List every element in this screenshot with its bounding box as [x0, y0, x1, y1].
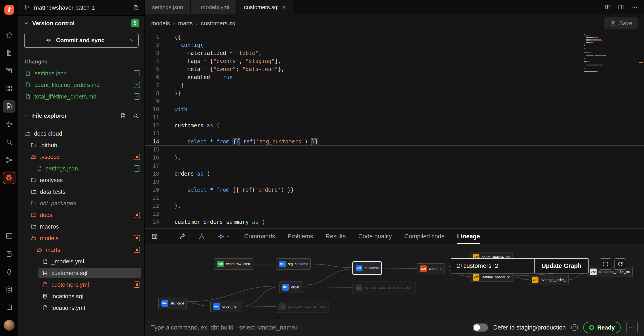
tree-item-.github[interactable]: .github	[18, 139, 144, 151]
tree-item-dbt_packages[interactable]: dbt_packages	[18, 198, 144, 209]
extensions-icon[interactable]	[3, 118, 16, 130]
lineage-node-customers[interactable]: MDLcustomers	[352, 261, 382, 275]
tab-customers.sql[interactable]: customers.sql×	[237, 0, 294, 14]
changed-file-row[interactable]: settings.json+	[18, 67, 144, 79]
tree-item-customers.sql[interactable]: customers.sql	[18, 267, 144, 279]
tab-settings.json[interactable]: settings.json	[145, 0, 190, 14]
version-control-header[interactable]: Version control 5	[18, 16, 144, 31]
panel-tab-compiled-code[interactable]: Compiled code	[404, 229, 444, 244]
lineage-icon[interactable]	[3, 154, 16, 166]
panel-tab-problems[interactable]: Problems	[288, 229, 313, 244]
tree-item-models[interactable]: models	[18, 232, 144, 244]
commit-and-sync-button[interactable]: Commit and sync	[24, 33, 139, 48]
tree-item-locations.sql[interactable]: locations.sql	[18, 291, 144, 302]
lineage-node-order_items[interactable]: MDLorder_items	[210, 301, 242, 312]
lineage-node-lifetime_spend_pretax[interactable]: METlifetime_spend_pretax	[470, 273, 513, 282]
code-content[interactable]: 1{{2 config(3 materialized = "table",4 t…	[145, 32, 644, 226]
results-view-button[interactable]	[151, 233, 158, 240]
user-avatar[interactable]	[3, 319, 16, 332]
new-tab-icon[interactable]	[591, 4, 598, 10]
build-options-button[interactable]	[179, 233, 192, 240]
line-number: 15	[145, 146, 166, 154]
tree-item-docs[interactable]: docs	[18, 209, 144, 221]
lineage-node-ecom.raw_customers[interactable]: SRCecom.raw_customers	[214, 258, 253, 270]
file-explorer-header[interactable]: File explorer	[18, 108, 144, 123]
deploy-icon[interactable]	[3, 64, 16, 77]
panel-tab-commands[interactable]: Commands	[244, 229, 275, 244]
code-editor[interactable]: models›marts›customers.sql Save 1{{2 con…	[145, 14, 644, 228]
code-line: 23	[145, 210, 644, 218]
lineage-node-stg_customers[interactable]: MDLstg_customers	[276, 258, 311, 270]
panel-tab-results[interactable]: Results	[326, 229, 346, 244]
test-options-button[interactable]	[198, 233, 211, 240]
logs-icon[interactable]	[3, 248, 16, 260]
copilot-icon	[5, 174, 13, 182]
panel-toolbar: CommandsProblemsResultsCode qualityCompi…	[145, 229, 644, 244]
line-text: ),	[166, 154, 181, 162]
lineage-node-test_order_items_compute_to_bools_correctly[interactable]: TSTtest_order_items_compute_to_bools_cor…	[352, 281, 416, 295]
code-view-button[interactable]	[165, 233, 172, 240]
changed-file-row[interactable]: count_lifetime_orders.md+	[18, 79, 144, 91]
terminal-icon[interactable]	[3, 230, 16, 242]
file-icon	[42, 305, 48, 311]
save-button[interactable]: Save	[604, 17, 638, 29]
lineage-node-customers[interactable]: SEMcustomers	[417, 263, 445, 274]
tree-item-_models.yml[interactable]: _models.yml	[18, 256, 144, 267]
minimap[interactable]	[584, 34, 619, 73]
explore-icon[interactable]	[3, 136, 16, 148]
tree-item-locations.yml[interactable]: locations.yml	[18, 302, 144, 314]
lineage-node-stg_orders[interactable]: MDLstg_orders	[158, 298, 187, 309]
refresh-icon	[617, 261, 624, 267]
breadcrumb-item[interactable]: customers.sql	[201, 20, 236, 27]
copilot-options-button[interactable]	[217, 233, 230, 240]
breadcrumb[interactable]: models›marts›customers.sql	[151, 20, 237, 27]
search-icon[interactable]	[132, 112, 139, 119]
line-number: 9	[145, 97, 166, 105]
node-label: lifetime_spend_pretax	[482, 275, 510, 279]
develop-icon[interactable]	[3, 46, 16, 59]
tree-item-marts[interactable]: marts	[18, 244, 144, 256]
ready-status[interactable]: Ready	[583, 322, 621, 333]
tree-item-docs-cloud[interactable]: docs-cloud	[18, 128, 144, 139]
close-icon[interactable]: ×	[283, 3, 286, 11]
editor-icon[interactable]	[3, 100, 16, 113]
tree-item-customers.yml[interactable]: customers.yml	[18, 279, 144, 291]
update-graph-button[interactable]: Update Graph	[534, 259, 588, 273]
breadcrumb-item[interactable]: marts	[178, 20, 193, 27]
tree-item-data-tests[interactable]: data-tests	[18, 186, 144, 198]
open-editors-icon[interactable]	[604, 4, 611, 10]
tree-item-analyses[interactable]: analyses	[18, 174, 144, 186]
more-editor-actions-icon[interactable]: ⋯	[631, 3, 638, 11]
tree-item-.vscode[interactable]: .vscode	[18, 151, 144, 163]
docs-icon[interactable]	[3, 301, 16, 314]
command-input[interactable]: Type a command, ex. dbt build --select <…	[151, 324, 298, 331]
tree-item-macros[interactable]: macros	[18, 221, 144, 232]
new-file-icon[interactable]	[120, 112, 126, 119]
panel-tab-lineage[interactable]: Lineage	[457, 229, 480, 244]
refresh-lineage-button[interactable]	[614, 258, 626, 270]
notifications-icon[interactable]	[3, 265, 16, 278]
help-icon[interactable]: ?	[571, 324, 578, 331]
defer-toggle[interactable]	[473, 324, 488, 332]
dashboard-icon[interactable]	[3, 82, 16, 95]
lineage-node-test_supply_costs_sum_correctly[interactable]: TSTtest_supply_costs_sum_correctly	[276, 301, 329, 313]
tree-item-settings.json[interactable]: settings.json+	[18, 163, 144, 174]
dbt-logo[interactable]	[3, 3, 16, 16]
copilot-icon[interactable]	[3, 172, 16, 184]
more-actions-button[interactable]: ⋯	[626, 322, 638, 333]
commit-options-dropdown[interactable]	[125, 33, 138, 47]
connections-icon[interactable]	[3, 283, 16, 296]
breadcrumb-item[interactable]: models	[151, 20, 170, 27]
lineage-canvas[interactable]: 2+customers+2 Update Graph SRCecom.raw_c…	[145, 244, 644, 319]
tab-_models.yml[interactable]: _models.yml	[191, 0, 236, 14]
lineage-node-average_order_value[interactable]: METaverage_order_value	[528, 275, 569, 285]
copy-icon[interactable]	[132, 4, 139, 11]
panel-tab-code-quality[interactable]: Code quality	[358, 229, 392, 244]
home-icon[interactable]	[3, 28, 16, 41]
lineage-selector-input[interactable]: 2+customers+2	[451, 259, 534, 273]
fullscreen-button[interactable]	[600, 258, 611, 270]
changed-file-row[interactable]: total_lifetime_orders.md+	[18, 91, 144, 102]
lineage-node-orders[interactable]: MDLorders	[279, 282, 303, 293]
branch-header[interactable]: matthewshaver-patch-1	[18, 0, 144, 16]
split-editor-icon[interactable]	[618, 4, 624, 10]
